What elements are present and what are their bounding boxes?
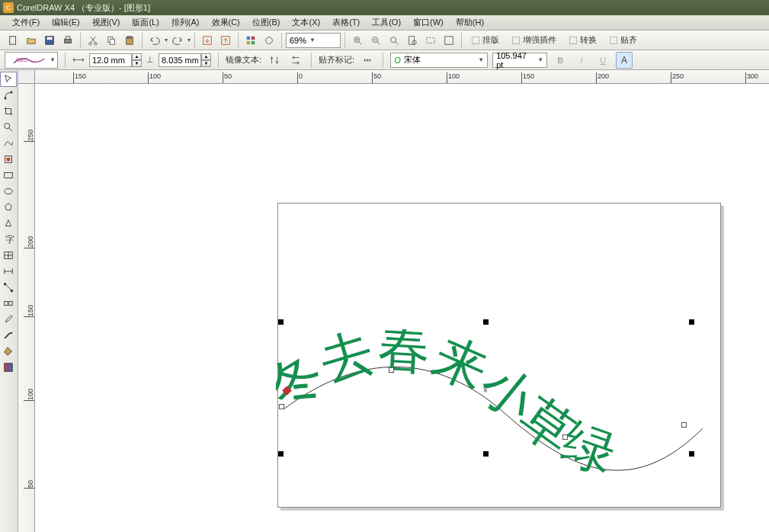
handle-br[interactable] — [278, 451, 284, 457]
paste-button[interactable] — [121, 32, 138, 49]
handle-tr[interactable] — [689, 319, 694, 325]
menu-layout[interactable]: 版面(L) — [126, 15, 165, 30]
snap-tick-button[interactable] — [359, 52, 376, 69]
handle-tl[interactable] — [278, 319, 284, 325]
ellipse-tool[interactable] — [0, 184, 17, 199]
menu-view[interactable]: 视图(V) — [86, 15, 127, 30]
menu-edit[interactable]: 编辑(E) — [46, 15, 86, 30]
menu-effects[interactable]: 效果(C) — [206, 15, 246, 30]
new-button[interactable] — [5, 32, 21, 49]
menu-tools[interactable]: 工具(O) — [366, 15, 407, 30]
zoom-page-icon[interactable] — [404, 32, 421, 49]
layout-button[interactable]: 排版 — [466, 32, 505, 49]
node-3[interactable] — [562, 434, 568, 440]
align-button[interactable]: 贴齐 — [604, 32, 642, 49]
workspace: 字 15010050050100150200250300 25020015010… — [0, 70, 769, 532]
table-tool[interactable] — [0, 248, 17, 263]
freehand-tool[interactable] — [0, 136, 17, 151]
smart-fill-tool[interactable] — [0, 152, 17, 167]
text-path-preset[interactable]: ABC ▼ — [5, 52, 58, 69]
zoom-selection-icon[interactable] — [422, 32, 439, 49]
svg-rect-13 — [247, 36, 250, 39]
node-2[interactable] — [389, 367, 394, 373]
menu-file[interactable]: 文件(F) — [6, 15, 46, 30]
offset-x-spinner[interactable]: ▲▼ — [89, 53, 142, 67]
rectangle-tool[interactable] — [0, 168, 17, 183]
menu-table[interactable]: 表格(T) — [326, 15, 366, 30]
title-bar: C CorelDRAW X4 （专业版）- [图形1] — [0, 0, 769, 15]
menu-text[interactable]: 文本(X) — [286, 15, 326, 30]
menu-help[interactable]: 帮助(H) — [450, 15, 490, 30]
svg-rect-14 — [252, 36, 255, 39]
offset-y-spinner[interactable]: ▲▼ — [159, 53, 211, 67]
center-marker[interactable]: × — [483, 386, 488, 395]
mirror-label: 镜像文本: — [226, 54, 261, 66]
svg-rect-8 — [110, 39, 114, 44]
node-4[interactable] — [681, 422, 687, 428]
interactive-blend-tool[interactable] — [0, 296, 17, 311]
copy-button[interactable] — [103, 32, 120, 49]
text-tool[interactable]: 字 — [0, 232, 17, 247]
svg-rect-27 — [570, 37, 577, 43]
import-button[interactable] — [199, 32, 216, 49]
zoom-all-icon[interactable] — [441, 32, 457, 49]
zoom-fit-icon[interactable] — [386, 32, 402, 49]
svg-point-40 — [11, 290, 14, 293]
handle-bl[interactable] — [689, 451, 694, 457]
plugin-button[interactable]: 增强插件 — [506, 32, 562, 49]
handle-tm[interactable] — [483, 319, 489, 325]
char-format-button[interactable]: A — [616, 52, 633, 69]
mirror-v-button[interactable] — [287, 52, 304, 69]
convert-button[interactable]: 转换 — [563, 32, 602, 49]
font-size-combo[interactable]: 105.947 pt▼ — [492, 53, 547, 68]
svg-rect-31 — [11, 91, 13, 94]
dimension-tool[interactable] — [0, 264, 17, 279]
ruler-vertical[interactable]: 25020015010050 — [18, 84, 35, 532]
zoom-tool[interactable] — [0, 120, 17, 135]
save-button[interactable] — [41, 32, 58, 49]
underline-button[interactable]: U — [594, 52, 611, 69]
undo-button[interactable] — [146, 32, 163, 49]
zoom-in-icon[interactable] — [349, 32, 366, 49]
basic-shapes-tool[interactable] — [0, 216, 17, 231]
svg-rect-25 — [473, 37, 479, 43]
italic-button[interactable]: I — [573, 52, 590, 69]
app-launcher-button[interactable] — [242, 32, 259, 49]
node-1[interactable] — [279, 404, 284, 409]
zoom-out-icon[interactable] — [367, 32, 384, 49]
interactive-fill-tool[interactable] — [0, 360, 17, 375]
svg-rect-28 — [610, 37, 617, 43]
standard-toolbar: ▾ ▾ 69%▼ 排版 增强插件 转换 贴齐 — [0, 30, 769, 50]
ruler-corner[interactable] — [18, 70, 35, 84]
svg-point-34 — [6, 157, 10, 161]
svg-rect-26 — [513, 37, 520, 43]
redo-button[interactable] — [169, 32, 186, 49]
menu-bitmaps[interactable]: 位图(B) — [246, 15, 287, 30]
polygon-tool[interactable] — [0, 200, 17, 215]
svg-point-17 — [266, 37, 273, 43]
welcome-button[interactable] — [261, 32, 277, 49]
crop-tool[interactable] — [0, 104, 17, 119]
export-button[interactable] — [217, 32, 234, 49]
menu-arrange[interactable]: 排列(A) — [165, 15, 206, 30]
shape-tool[interactable] — [0, 88, 17, 103]
fill-tool[interactable] — [0, 344, 17, 359]
offset-x-icon: ⟷ — [72, 55, 85, 65]
cut-button[interactable] — [85, 32, 101, 49]
app-icon: C — [3, 2, 14, 13]
zoom-combo[interactable]: 69%▼ — [286, 33, 341, 48]
pick-tool[interactable] — [0, 72, 17, 87]
handle-bm[interactable] — [483, 451, 489, 457]
connector-tool[interactable] — [0, 280, 17, 295]
canvas-area[interactable]: 15010050050100150200250300 2502001501005… — [18, 70, 769, 532]
ruler-horizontal[interactable]: 15010050050100150200250300 — [35, 70, 769, 84]
mirror-h-button[interactable] — [266, 52, 283, 69]
svg-rect-41 — [5, 301, 8, 305]
outline-tool[interactable] — [0, 328, 17, 343]
open-button[interactable] — [23, 32, 40, 49]
menu-window[interactable]: 窗口(W) — [407, 15, 450, 30]
print-button[interactable] — [59, 32, 76, 49]
eyedropper-tool[interactable] — [0, 312, 17, 327]
font-combo[interactable]: O宋体▼ — [390, 53, 488, 68]
bold-button[interactable]: B — [552, 52, 569, 69]
